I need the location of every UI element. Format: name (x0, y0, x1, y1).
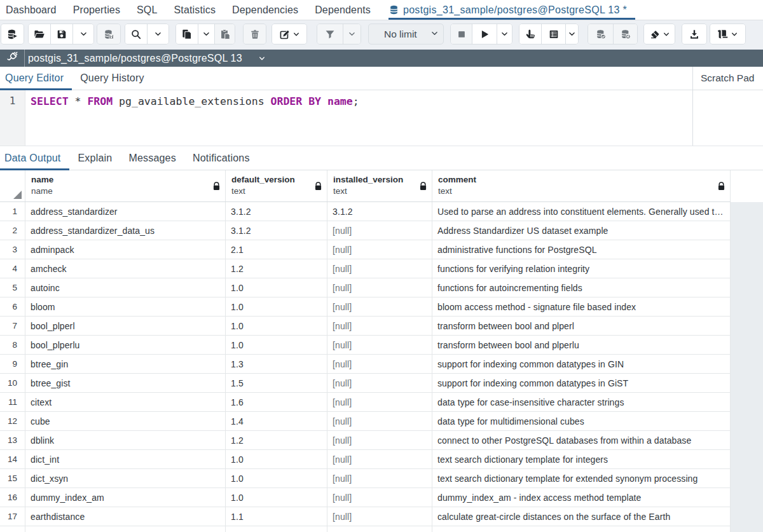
cell-default_version[interactable]: 1.3 (226, 355, 327, 373)
cell-name[interactable]: autoinc (25, 278, 226, 297)
cell-comment[interactable]: text search dictionary template for inte… (432, 450, 731, 468)
row-number[interactable]: 3 (0, 240, 25, 259)
cell-default_version[interactable]: 1.2 (226, 259, 327, 278)
cell-installed_version[interactable]: [null] (327, 240, 432, 259)
cell-name[interactable]: address_standardizer (25, 202, 226, 221)
cell-installed_version[interactable]: [null] (327, 355, 432, 373)
row-number[interactable]: 9 (0, 355, 25, 373)
cell-installed_version[interactable]: [null] (327, 374, 432, 392)
cell-default_version[interactable]: 1.2 (226, 431, 327, 449)
column-header-default_version[interactable]: default_versiontext (226, 170, 327, 201)
cell-default_version[interactable]: 2.1 (226, 240, 327, 259)
explain-options-button[interactable] (565, 24, 578, 44)
cell-name[interactable]: btree_gist (25, 374, 226, 392)
cell-name[interactable]: adminpack (25, 240, 226, 259)
object-tab-properties[interactable]: Properties (65, 0, 128, 20)
copy-options-button[interactable] (198, 24, 214, 44)
column-header-name[interactable]: namename (25, 170, 226, 201)
open-file-button[interactable] (29, 24, 50, 44)
row-number[interactable]: 1 (0, 202, 25, 221)
cell-default_version[interactable]: 1.4 (226, 412, 327, 430)
cell-name[interactable]: dict_xsyn (25, 469, 226, 488)
tab-query-history[interactable]: Query History (72, 67, 152, 90)
cell-comment[interactable]: transform between bool and plperlu (432, 336, 731, 354)
cell-name[interactable]: bloom (25, 297, 226, 316)
cell-default_version[interactable]: 1.1 (226, 507, 327, 526)
cell-name[interactable]: dblink (25, 431, 226, 449)
object-tab-dependencies[interactable]: Dependencies (224, 0, 306, 20)
row-number[interactable]: 6 (0, 297, 25, 316)
copy-button[interactable] (176, 24, 198, 44)
cell-default_version[interactable]: 3.1.2 (226, 221, 327, 240)
cell-installed_version[interactable]: [null] (327, 317, 432, 335)
commit-button[interactable] (588, 24, 613, 44)
cell-default_version[interactable]: 1.0 (226, 317, 327, 335)
cell-installed_version[interactable]: [null] (327, 259, 432, 278)
row-number[interactable]: 11 (0, 393, 25, 411)
cell-name[interactable]: amcheck (25, 259, 226, 278)
row-number[interactable]: 2 (0, 221, 25, 240)
cell-default_version[interactable]: 3.1.2 (226, 202, 327, 221)
cell-default_version[interactable]: 1.0 (226, 297, 327, 316)
cell-default_version[interactable]: 1.0 (226, 469, 327, 488)
tab-notifications[interactable]: Notifications (184, 147, 258, 170)
scratch-pad-input[interactable] (693, 90, 763, 145)
cell-installed_version[interactable]: [null] (327, 412, 432, 430)
tab-data-output[interactable]: Data Output (0, 147, 69, 170)
row-number[interactable]: 15 (0, 469, 25, 488)
explain-analyze-button[interactable] (541, 24, 565, 44)
execute-options-button[interactable] (497, 24, 512, 44)
cell-comment[interactable]: functions for verifying relation integri… (432, 259, 731, 278)
row-number[interactable]: 4 (0, 259, 25, 278)
save-data-changes-button[interactable] (97, 24, 120, 44)
column-header-installed_version[interactable]: installed_versiontext (327, 170, 432, 201)
cell-installed_version[interactable]: 3.1.2 (327, 202, 432, 221)
cell-installed_version[interactable]: [null] (327, 221, 432, 240)
object-tab-dependents[interactable]: Dependents (306, 0, 379, 20)
row-limit-select[interactable]: No limit (368, 24, 444, 44)
cell-name[interactable]: bool_plperl (25, 317, 226, 335)
filter-button[interactable] (317, 24, 343, 44)
cell-name[interactable]: earthdistance (25, 507, 226, 526)
cell-comment[interactable]: Used to parse an address into constituen… (432, 202, 731, 221)
tab-query-editor[interactable]: Query Editor (0, 67, 72, 90)
find-button[interactable] (125, 24, 147, 44)
cancel-query-button[interactable] (451, 24, 472, 44)
cell-name[interactable]: address_standardizer_data_us (25, 221, 226, 240)
row-number[interactable]: 14 (0, 450, 25, 468)
cell-name[interactable]: btree_gin (25, 355, 226, 373)
cell-installed_version[interactable]: [null] (327, 393, 432, 411)
cell-default_version[interactable]: 1.0 (226, 488, 327, 507)
row-number[interactable]: 8 (0, 336, 25, 354)
cell-name[interactable]: citext (25, 393, 226, 411)
cell-comment[interactable]: data type for case-insensitive character… (432, 393, 731, 411)
cell-name[interactable]: dummy_index_am (25, 488, 226, 507)
query-connection-button[interactable] (1, 24, 24, 44)
cell-default_version[interactable]: 1.0 (226, 336, 327, 354)
query-tool-tab[interactable]: postgis_31_sample/postgres@PostgreSQL 13… (388, 0, 635, 20)
rollback-button[interactable] (613, 24, 637, 44)
column-header-comment[interactable]: commenttext (432, 170, 731, 201)
cell-installed_version[interactable]: [null] (327, 431, 432, 449)
row-number[interactable]: 5 (0, 278, 25, 297)
connection-bar[interactable]: postgis_31_sample/postgres@PostgreSQL 13 (0, 50, 763, 67)
cell-comment[interactable]: administrative functions for PostgreSQL (432, 240, 731, 259)
tab-explain[interactable]: Explain (69, 147, 120, 170)
row-number[interactable]: 12 (0, 412, 25, 430)
cell-installed_version[interactable]: [null] (327, 297, 432, 316)
cell-comment[interactable]: bloom access method - signature file bas… (432, 297, 731, 316)
cell-installed_version[interactable]: [null] (327, 469, 432, 488)
download-button[interactable] (682, 24, 706, 44)
cell-default_version[interactable]: 1.0 (226, 450, 327, 468)
find-options-button[interactable] (147, 24, 168, 44)
row-number[interactable]: 13 (0, 431, 25, 449)
cell-comment[interactable]: dummy_index_am - index access method tem… (432, 488, 731, 507)
cell-comment[interactable]: transform between bool and plperl (432, 317, 731, 335)
row-number[interactable]: 10 (0, 374, 25, 392)
execute-button[interactable] (472, 24, 497, 44)
edit-button[interactable] (272, 24, 306, 44)
clear-button[interactable] (644, 24, 675, 44)
cell-name[interactable]: bool_plperlu (25, 336, 226, 354)
tab-messages[interactable]: Messages (120, 147, 184, 170)
delete-button[interactable] (244, 24, 266, 44)
